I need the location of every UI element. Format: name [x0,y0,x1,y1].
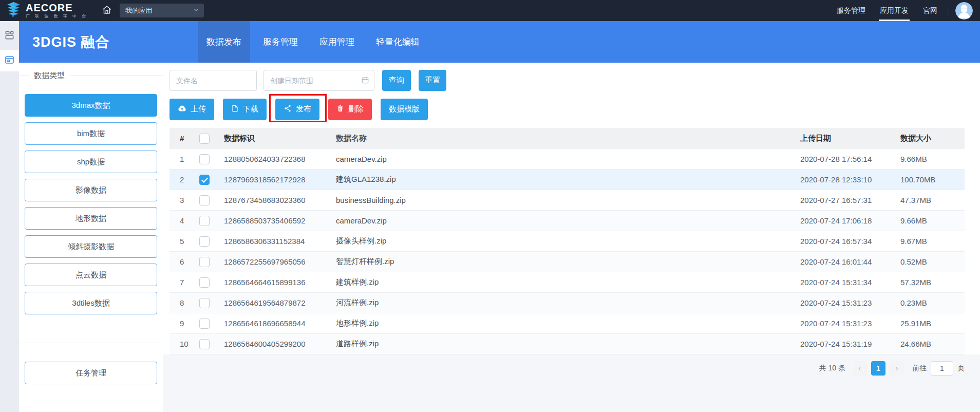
table-row[interactable]: 8 1286564619564879872 河流样例.zip 2020-07-2… [169,293,965,313]
table-row[interactable]: 5 1286586306331152384 摄像头样例.zip 2020-07-… [169,231,965,252]
cell-checkbox [199,277,224,288]
cell-upload-date: 2020-07-24 15:31:19 [800,340,900,348]
user-avatar[interactable] [955,2,973,20]
cell-checkbox [199,175,224,185]
cell-data-id: 1287673458683023360 [224,196,336,204]
cell-upload-date: 2020-07-28 12:33:10 [800,175,900,184]
table-row[interactable]: 2 1287969318562172928 建筑GLA1238.zip 2020… [169,170,965,190]
header-tab[interactable]: 轻量化编辑 [367,21,428,63]
sidebar-item-label: 3dmax数据 [71,101,110,110]
cell-data-name: cameraDev.zip [336,155,800,163]
publish-button[interactable]: 发布 [275,99,319,120]
rail-item-dashboard[interactable] [0,25,19,47]
home-icon [101,4,112,17]
table-row[interactable]: 7 1286564664615899136 建筑样例.zip 2020-07-2… [169,272,965,293]
file-icon [231,104,239,114]
row-checkbox[interactable] [199,339,210,349]
sidebar-item[interactable]: 3dmax数据 [25,94,157,117]
topnav-item[interactable]: 官网 [916,0,945,21]
cell-index: 2 [169,175,199,184]
row-checkbox[interactable] [199,257,210,267]
table-row[interactable]: 9 1286564618696658944 地形样例.zip 2020-07-2… [169,313,965,334]
cell-data-name: 建筑GLA1238.zip [336,175,800,184]
brand-name: AECORE [26,3,88,13]
sidebar-item[interactable]: 点云数据 [25,264,157,286]
cell-data-id: 1286564600405299200 [224,340,336,348]
reset-button[interactable]: 重置 [419,70,446,91]
data-template-button[interactable]: 数据模版 [381,99,428,120]
cell-data-size: 57.32MB [900,278,965,287]
file-name-input[interactable] [169,70,257,91]
filter-bar: 查询 重置 [169,70,965,91]
sidebar-item[interactable]: 地形数据 [25,207,157,230]
row-checkbox[interactable] [199,216,210,226]
date-range-wrap [263,70,374,91]
topnav-item[interactable]: 应用开发 [873,0,916,21]
select-all-checkbox[interactable] [199,134,210,144]
logo-layers-icon [6,2,21,20]
app-select[interactable]: 我的应用 [120,4,204,17]
sidebar-item[interactable]: 影像数据 [25,179,157,201]
date-range-input[interactable] [263,70,374,91]
cell-data-id: 1286588503735406592 [224,216,336,225]
cell-data-name: 道路样例.zip [336,339,800,349]
cell-data-name: 河流样例.zip [336,298,800,308]
header-tab-label: 应用管理 [319,36,354,48]
cell-data-size: 47.37MB [900,196,965,204]
cell-checkbox [199,154,224,164]
sidebar-item-label: bim数据 [77,129,105,139]
sidebar-item[interactable]: 3dtiles数据 [25,292,157,314]
sidebar-item-label: 3dtiles数据 [72,298,109,308]
row-checkbox[interactable] [199,236,210,247]
current-page-button[interactable]: 1 [871,361,885,376]
share-icon [284,104,292,114]
cell-data-size: 9.67MB [900,237,965,246]
delete-button[interactable]: 删除 [328,99,372,120]
cell-data-name: 智慧灯杆样例.zip [336,257,800,267]
row-checkbox[interactable] [199,277,210,288]
cell-index: 1 [169,155,199,163]
table-row[interactable]: 4 1286588503735406592 cameraDev.zip 2020… [169,211,965,231]
sidebar-item[interactable]: 倾斜摄影数据 [25,235,157,258]
row-checkbox[interactable] [199,175,210,185]
goto-page-input[interactable] [931,361,953,376]
rail-item-apps[interactable] [0,50,19,71]
window-icon [5,55,14,67]
action-bar: 上传 下载 [169,98,965,120]
table-row[interactable]: 10 1286564600405299200 道路样例.zip 2020-07-… [169,334,965,354]
prev-page-button[interactable]: ‹ [853,361,867,376]
topnav-item[interactable]: 服务管理 [830,0,873,21]
table-row[interactable]: 3 1287673458683023360 businessBuilding.z… [169,190,965,211]
sidebar-item[interactable]: shp数据 [25,151,157,173]
header-tab-label: 轻量化编辑 [376,36,420,48]
header-tab-label: 服务管理 [263,36,298,48]
upload-button[interactable]: 上传 [169,99,214,120]
divider-rule [70,76,163,76]
cell-upload-date: 2020-07-24 15:31:23 [800,319,900,328]
topnav-item-label: 服务管理 [837,6,865,15]
cell-data-name: 建筑样例.zip [336,277,800,287]
home-button[interactable] [101,4,112,17]
header-tab[interactable]: 服务管理 [254,21,307,63]
query-button[interactable]: 查询 [382,70,411,91]
row-checkbox[interactable] [199,319,210,329]
brand-subtitle: 广 联 达 数 字 中 台 [26,14,88,18]
row-checkbox[interactable] [199,298,210,308]
table-row[interactable]: 1 1288050624033722368 cameraDev.zip 2020… [169,149,965,170]
row-checkbox[interactable] [199,195,210,205]
cell-upload-date: 2020-07-24 16:01:44 [800,257,900,266]
table-row[interactable]: 6 1286572255697965056 智慧灯杆样例.zip 2020-07… [169,252,965,272]
pagination-total: 共 10 条 [819,364,845,373]
sidebar-item[interactable]: bim数据 [25,122,157,145]
next-page-button[interactable]: › [890,361,904,376]
download-label: 下载 [243,104,258,114]
app-header: 3DGIS 融合 数据发布 服务管理 应用管理 轻量化编辑 [19,21,980,63]
col-upload-date: 上传日期 [800,134,900,143]
sidebar-item-task-management[interactable]: 任务管理 [25,362,157,384]
cloud-upload-icon [178,104,186,115]
download-button[interactable]: 下载 [223,99,267,120]
header-tab[interactable]: 应用管理 [311,21,363,63]
header-tab[interactable]: 数据发布 [198,21,250,63]
cell-index: 9 [169,319,199,328]
row-checkbox[interactable] [199,154,210,164]
